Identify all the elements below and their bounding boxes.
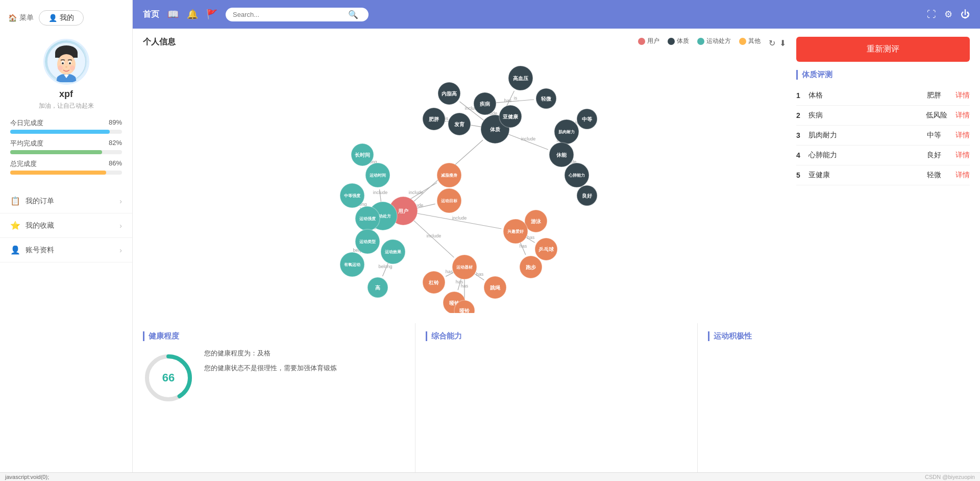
- bell-icon[interactable]: 🔔: [187, 9, 198, 20]
- sidebar-menu-item-1[interactable]: ⭐ 我的收藏 ›: [0, 213, 132, 238]
- personal-info-section: 个人信息 用户体质运动处方其他 ↻ ⬇ includeincludeinclud…: [133, 29, 980, 323]
- node-label-ganling: 杠铃: [428, 280, 439, 285]
- constitution-value-2: 中等: [927, 131, 947, 140]
- reassess-button[interactable]: 重新测评: [796, 37, 970, 62]
- node-label-neizhi: 内脂高: [442, 91, 457, 97]
- constitution-num-2: 3: [796, 131, 808, 139]
- health-card: 健康程度 66 您的健康程度为：及格 您的健康状态不是很理性，需要加强体育锻炼: [133, 323, 415, 481]
- settings-icon[interactable]: ⚙: [944, 9, 952, 20]
- node-label-hao: 良好: [582, 193, 593, 199]
- constitution-detail-3[interactable]: 详情: [955, 151, 970, 160]
- edge-label-qicai-haozi: has: [456, 279, 463, 284]
- node-label-user: 用户: [398, 208, 408, 214]
- avatar-image: [45, 40, 88, 83]
- legend-label-0: 用户: [647, 37, 659, 45]
- comprehensive-title: 综合能力: [426, 331, 688, 341]
- main-content: 个人信息 用户体质运动处方其他 ↻ ⬇ includeincludeinclud…: [133, 29, 980, 481]
- progress-bar-fill: [10, 171, 106, 175]
- flag-icon[interactable]: 🚩: [206, 9, 217, 20]
- node-label-xingqu: 兴趣爱好: [507, 229, 524, 234]
- edge-user-qicai: [414, 221, 454, 257]
- legend-label-2: 运动处方: [706, 37, 731, 45]
- legend-label-1: 体质: [677, 37, 689, 45]
- node-label-zhongqiang: 中等强度: [344, 193, 361, 198]
- book-icon[interactable]: 📖: [167, 9, 179, 20]
- node-label-tiaosheng: 哑铃: [459, 308, 470, 313]
- progress-bar-fill: [10, 130, 110, 134]
- sidebar-menu-item-0[interactable]: 📋 我的订单 ›: [0, 189, 132, 213]
- progress-label: 总完成度: [10, 159, 37, 169]
- header: 首页 📖 🔔 🚩 🔍 ⛶ ⚙ ⏻: [133, 0, 980, 29]
- menu-icon-1: ⭐: [10, 221, 20, 230]
- svg-point-9: [58, 65, 63, 70]
- my-label: 我的: [60, 13, 74, 22]
- progress-value: 82%: [109, 139, 122, 148]
- search-input[interactable]: [233, 11, 345, 18]
- constitution-row-4: 5 亚健康 轻微 详情: [796, 165, 970, 185]
- menu-label-0: 我的订单: [26, 197, 54, 206]
- status-bar: javascript:void(0); CSDN @biyezuopin: [0, 472, 980, 481]
- constitution-detail-4[interactable]: 详情: [955, 171, 970, 180]
- edge-label-xingqu-paobu: has: [520, 244, 527, 249]
- node-label-yundong_xiaoguo: 运动效果: [385, 250, 402, 254]
- right-panel: 重新测评 体质评测 1 体格 肥胖 详情 2 疾病 低风险 详情 3 肌肉耐力 …: [796, 37, 970, 315]
- constitution-detail-2[interactable]: 详情: [955, 131, 970, 140]
- constitution-num-4: 5: [796, 171, 808, 179]
- constitution-value-0: 肥胖: [927, 91, 947, 100]
- fullscreen-icon[interactable]: ⛶: [927, 9, 936, 20]
- progress-value: 89%: [109, 118, 122, 128]
- home-icon: 🏠: [8, 14, 17, 22]
- node-label-jibing: 疾病: [479, 101, 490, 107]
- sidebar-menu-item-2[interactable]: 👤 账号资料 ›: [0, 238, 132, 262]
- edge-label-xingqu-pingpang: has: [527, 235, 535, 240]
- user-icon: 👤: [48, 14, 57, 22]
- progress-bar-bg: [10, 150, 122, 154]
- refresh-button[interactable]: ↻: [769, 38, 775, 48]
- legend-item-3: 其他: [739, 37, 761, 45]
- download-button[interactable]: ⬇: [779, 38, 786, 48]
- node-label-fayu: 发育: [454, 121, 465, 127]
- graph-container: 个人信息 用户体质运动处方其他 ↻ ⬇ includeincludeinclud…: [143, 37, 786, 315]
- edge-label-user-xingqu: include: [452, 215, 467, 221]
- health-text: 您的健康程度为：及格 您的健康状态不是很理性，需要加强体育锻炼: [204, 347, 337, 374]
- node-label-xinfeib: 心肺能力: [568, 173, 585, 178]
- node-label-qingwei: 轻微: [541, 96, 552, 102]
- constitution-title: 体质评测: [796, 70, 970, 80]
- health-desc: 您的健康程度为：及格: [204, 347, 337, 359]
- health-score-container: 66 您的健康程度为：及格 您的健康状态不是很理性，需要加强体育锻炼: [143, 347, 405, 403]
- legend-item-2: 运动处方: [697, 37, 731, 45]
- node-label-zhongdeng: 中等: [582, 116, 593, 122]
- constitution-num-0: 1: [796, 91, 808, 100]
- constitution-name-4: 亚健康: [808, 171, 927, 180]
- node-label-gao: 高: [375, 285, 380, 291]
- node-label-tiaoyi: 跳绳: [490, 285, 501, 291]
- header-title: 首页: [143, 9, 159, 20]
- exercise-title: 运动积极性: [708, 331, 970, 341]
- constitution-value-4: 轻微: [927, 171, 947, 180]
- menu-arrow-1: ›: [119, 222, 122, 230]
- home-link[interactable]: 🏠 菜单: [8, 13, 34, 22]
- legend-dot-2: [697, 38, 704, 45]
- constitution-name-3: 心肺能力: [808, 151, 927, 160]
- constitution-name-2: 肌肉耐力: [808, 131, 927, 140]
- power-icon[interactable]: ⏻: [961, 9, 970, 20]
- edge-label-exercise_rx-jianshen: include: [409, 190, 424, 195]
- edge-label-qicai-tiaoyi: has: [476, 272, 484, 277]
- constitution-detail-0[interactable]: 详情: [955, 91, 970, 100]
- legend-label-3: 其他: [748, 37, 761, 45]
- menu-arrow-2: ›: [119, 246, 122, 254]
- home-label: 菜单: [19, 13, 34, 22]
- edge-label-constitution-gaoxueya: has: [504, 98, 512, 103]
- node-label-qiangdu: 运动强度: [359, 216, 376, 221]
- search-box: 🔍: [226, 8, 369, 21]
- status-text: javascript:void(0);: [5, 474, 49, 480]
- progress-item-2: 总完成度 86%: [10, 159, 122, 175]
- menu-icon-2: 👤: [10, 245, 20, 255]
- node-label-youyong: 游泳: [531, 219, 542, 224]
- constitution-name-0: 体格: [808, 91, 927, 100]
- progress-label: 平均完成度: [10, 139, 43, 148]
- constitution-detail-1[interactable]: 详情: [955, 111, 970, 120]
- node-label-youqi: 有氧运动: [344, 262, 360, 267]
- personal-info-title: 个人信息: [143, 37, 176, 47]
- my-button[interactable]: 👤 我的: [39, 10, 84, 26]
